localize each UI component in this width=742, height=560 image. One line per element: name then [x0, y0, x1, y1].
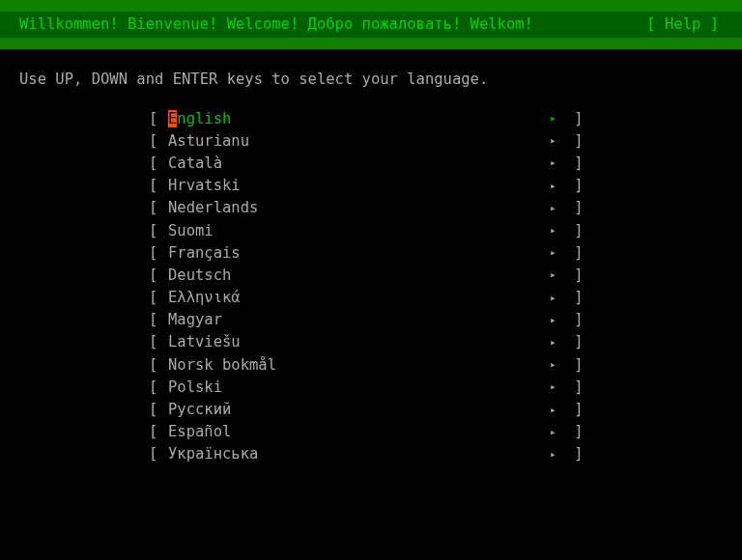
left-bracket: [ [149, 132, 168, 150]
language-option[interactable]: [ Українська▸ ] [149, 443, 742, 465]
language-option[interactable]: [ Latviešu▸ ] [149, 331, 742, 353]
language-label: Français [168, 244, 550, 262]
left-bracket: [ [149, 356, 168, 374]
language-label: Nederlands [168, 199, 550, 216]
left-bracket: [ [149, 401, 168, 418]
left-bracket: [ [149, 266, 168, 284]
right-bracket: ] [565, 132, 584, 150]
right-bracket: ] [565, 154, 584, 172]
cursor: E [168, 110, 177, 127]
left-bracket: [ [149, 199, 168, 216]
language-label: Deutsch [168, 266, 550, 284]
language-label: Norsk bokmål [168, 356, 550, 374]
submenu-arrow-icon: ▸ [550, 268, 565, 281]
submenu-arrow-icon: ▸ [550, 246, 565, 259]
language-label: Latviešu [168, 333, 550, 350]
language-label: Hrvatski [168, 177, 550, 194]
language-label: Magyar [168, 311, 550, 328]
language-option[interactable]: [ Polski▸ ] [149, 376, 742, 398]
left-bracket: [ [149, 333, 168, 350]
language-option[interactable]: [ Русский▸ ] [149, 398, 742, 420]
language-list[interactable]: [ English▸ ][ Asturianu▸ ][ Català▸ ][ H… [0, 99, 742, 465]
language-option[interactable]: [ Norsk bokmål▸ ] [149, 353, 742, 376]
language-label: Ελληνικά [168, 289, 550, 306]
language-option[interactable]: [ Magyar▸ ] [149, 309, 742, 331]
title-border [0, 38, 742, 49]
submenu-arrow-icon: ▸ [550, 336, 565, 349]
right-bracket: ] [565, 378, 584, 396]
language-label: Asturianu [168, 132, 550, 150]
left-bracket: [ [149, 378, 168, 396]
title-bar: Willkommen! Bienvenue! Welcome! Добро по… [0, 12, 742, 38]
language-label: Català [168, 154, 550, 172]
submenu-arrow-icon: ▸ [550, 112, 565, 125]
language-option[interactable]: [ Català▸ ] [149, 152, 742, 174]
submenu-arrow-icon: ▸ [550, 292, 565, 304]
instructions-text: Use UP, DOWN and ENTER keys to select yo… [0, 49, 742, 99]
language-option[interactable]: [ Français▸ ] [149, 241, 742, 264]
right-bracket: ] [565, 423, 584, 440]
submenu-arrow-icon: ▸ [550, 358, 565, 371]
submenu-arrow-icon: ▸ [550, 380, 565, 393]
left-bracket: [ [149, 222, 168, 239]
submenu-arrow-icon: ▸ [550, 202, 565, 214]
language-option[interactable]: [ Nederlands▸ ] [149, 197, 742, 219]
left-bracket: [ [149, 311, 168, 328]
submenu-arrow-icon: ▸ [550, 426, 565, 438]
left-bracket: [ [149, 177, 168, 194]
help-button[interactable]: [ Help ] [646, 14, 723, 35]
welcome-text: Willkommen! Bienvenue! Welcome! Добро по… [19, 14, 533, 35]
language-option[interactable]: [ English▸ ] [149, 107, 742, 129]
right-bracket: ] [565, 356, 584, 374]
right-bracket: ] [565, 266, 584, 284]
submenu-arrow-icon: ▸ [550, 180, 565, 192]
left-bracket: [ [149, 110, 168, 127]
submenu-arrow-icon: ▸ [550, 404, 565, 416]
submenu-arrow-icon: ▸ [550, 156, 565, 169]
left-bracket: [ [149, 423, 168, 440]
right-bracket: ] [565, 110, 584, 127]
right-bracket: ] [565, 311, 584, 328]
left-bracket: [ [149, 244, 168, 262]
language-label: Русский [168, 401, 550, 418]
right-bracket: ] [565, 244, 584, 262]
language-label-rest: nglish [177, 110, 231, 127]
language-option[interactable]: [ Hrvatski▸ ] [149, 175, 742, 197]
language-option[interactable]: [ Deutsch▸ ] [149, 264, 742, 286]
left-bracket: [ [149, 445, 168, 462]
right-bracket: ] [565, 445, 584, 462]
right-bracket: ] [565, 333, 584, 350]
language-option[interactable]: [ Suomi▸ ] [149, 219, 742, 241]
language-label: Українська [168, 445, 550, 462]
language-label: Suomi [168, 222, 550, 239]
right-bracket: ] [565, 222, 584, 239]
submenu-arrow-icon: ▸ [550, 224, 565, 237]
language-label: Español [168, 423, 550, 440]
language-option[interactable]: [ Ελληνικά▸ ] [149, 287, 742, 309]
installer-screen: Willkommen! Bienvenue! Welcome! Добро по… [0, 0, 742, 560]
right-bracket: ] [565, 401, 584, 418]
submenu-arrow-icon: ▸ [550, 448, 565, 461]
right-bracket: ] [565, 177, 584, 194]
submenu-arrow-icon: ▸ [550, 314, 565, 326]
language-label: Polski [168, 378, 550, 396]
right-bracket: ] [565, 199, 584, 216]
left-bracket: [ [149, 154, 168, 172]
submenu-arrow-icon: ▸ [550, 134, 565, 147]
language-option[interactable]: [ Español▸ ] [149, 421, 742, 443]
language-label: English [168, 110, 550, 127]
left-bracket: [ [149, 289, 168, 306]
right-bracket: ] [565, 289, 584, 306]
top-border [0, 0, 742, 12]
language-option[interactable]: [ Asturianu▸ ] [149, 129, 742, 152]
